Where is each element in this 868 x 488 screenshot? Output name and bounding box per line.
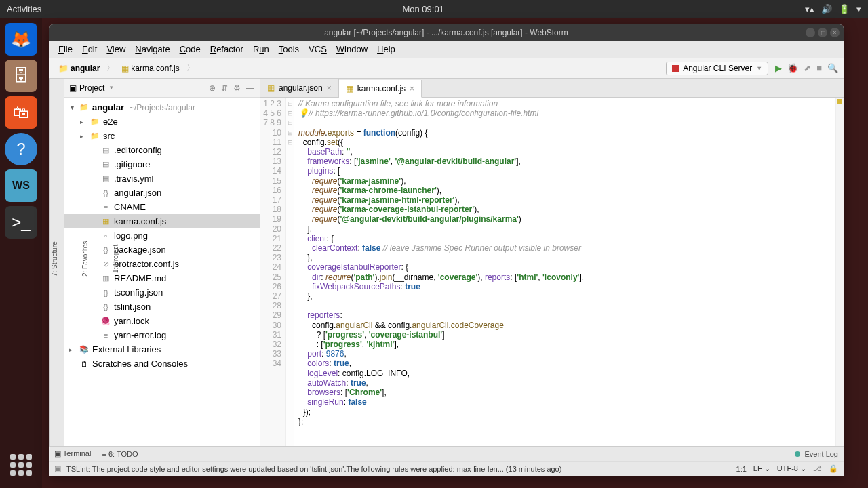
tree-item-.travis.yml[interactable]: ▤.travis.yml (64, 171, 260, 186)
terminal-tab[interactable]: ▣ Terminal (54, 449, 91, 458)
toolwindows-toggle-icon[interactable]: ▣ (54, 464, 61, 473)
js-file-icon: ▦ (346, 84, 353, 94)
line-numbers: 1 2 3 4 5 6 7 8 9 10 11 12 13 14 15 16 1… (260, 98, 286, 446)
menu-navigate[interactable]: Navigate (131, 42, 174, 56)
tree-item-CNAME[interactable]: ≡CNAME (64, 200, 260, 214)
event-log-indicator (795, 451, 800, 457)
volume-icon[interactable]: 🔊 (821, 4, 832, 14)
tree-item-.editorconfig[interactable]: ▤.editorconfig (64, 143, 260, 157)
js-file-icon: ▦ (121, 64, 129, 73)
dock-apps-grid[interactable] (5, 449, 37, 481)
tree-item-tsconfig.json[interactable]: {}tsconfig.json (64, 285, 260, 300)
run-config-selector[interactable]: Angular CLI Server ▼ (666, 62, 768, 75)
menu-window[interactable]: Window (332, 42, 372, 56)
ubuntu-dock: 🦊 🗄 🛍 ? WS >_ (0, 18, 42, 488)
tree-item-yarn-error.log[interactable]: ≡yarn-error.log (64, 328, 260, 342)
debug-button[interactable]: 🐞 (787, 63, 798, 73)
angular-icon (672, 65, 679, 72)
stop-button[interactable]: ■ (816, 63, 822, 73)
lock-icon[interactable]: 🔒 (829, 464, 838, 473)
tree-item-tslint.json[interactable]: {}tslint.json (64, 300, 260, 314)
dock-webstorm[interactable]: WS (5, 169, 37, 202)
js-file-icon: ▦ (267, 83, 275, 93)
window-titlebar: angular [~/Projects/angular] - .../karma… (49, 24, 844, 41)
hide-icon[interactable]: — (246, 83, 254, 93)
tree-item-yarn.lock[interactable]: 🧶yarn.lock (64, 314, 260, 328)
webstorm-window: angular [~/Projects/angular] - .../karma… (49, 24, 844, 476)
menu-code[interactable]: Code (176, 42, 205, 56)
tree-scratches[interactable]: 🗒Scratches and Consoles (64, 357, 260, 371)
tree-item-src[interactable]: ▸📁src (64, 129, 260, 143)
breadcrumb-file[interactable]: ▦ karma.conf.js (117, 62, 183, 75)
dock-software[interactable]: 🛍 (5, 96, 37, 129)
status-message: TSLint: The project code style and edito… (66, 465, 561, 473)
locate-icon[interactable]: ⊕ (209, 83, 216, 93)
menu-file[interactable]: File (54, 42, 77, 56)
fold-gutter[interactable]: ⊟ ⊟ ⊟ ⊟ ⊟ (286, 98, 294, 446)
menu-edit[interactable]: Edit (78, 42, 101, 56)
tree-item-angular.json[interactable]: {}angular.json (64, 186, 260, 200)
power-icon[interactable]: ▾ (856, 4, 861, 14)
tree-item-logo.png[interactable]: ▫logo.png (64, 228, 260, 243)
breadcrumb-root[interactable]: 📁 angular (54, 62, 104, 75)
breadcrumb-sep: 〉 (106, 62, 115, 74)
run-button[interactable]: ▶ (775, 63, 782, 73)
collapse-icon[interactable]: ⇵ (221, 83, 228, 93)
tab-structure[interactable]: 7: Structure (50, 239, 60, 279)
warning-marker[interactable] (837, 99, 842, 104)
project-tool-window: ▣ Project ▼ ⊕ ⇵ ⚙ — ▼📁angular~/Projects/… (64, 79, 260, 446)
dock-files[interactable]: 🗄 (5, 60, 37, 92)
dock-help[interactable]: ? (5, 133, 37, 165)
coverage-button[interactable]: ⬈ (804, 63, 811, 73)
error-stripe[interactable] (835, 98, 844, 446)
window-title: angular [~/Projects/angular] - .../karma… (324, 28, 568, 37)
battery-icon[interactable]: 🔋 (839, 4, 850, 14)
bottom-tool-strip: ▣ Terminal ≡ 6: TODO Event Log (49, 446, 844, 461)
maximize-button[interactable]: ◻ (818, 28, 827, 37)
file-encoding[interactable]: UTF-8 ⌄ (777, 464, 806, 473)
event-log-tab[interactable]: Event Log (804, 450, 838, 458)
tree-item-.gitignore[interactable]: ▤.gitignore (64, 157, 260, 171)
tab-favorites[interactable]: 2: Favorites (80, 239, 90, 279)
close-button[interactable]: × (830, 28, 840, 37)
project-icon: ▣ (69, 83, 77, 93)
navigation-bar: 📁 angular 〉 ▦ karma.conf.js 〉 Angular CL… (49, 58, 844, 79)
tree-root[interactable]: ▼📁angular~/Projects/angular (64, 100, 260, 115)
close-tab-icon[interactable]: × (410, 84, 414, 94)
tree-item-e2e[interactable]: ▸📁e2e (64, 115, 260, 129)
menu-help[interactable]: Help (373, 42, 399, 56)
breadcrumb-sep-end: 〉 (186, 62, 195, 74)
folder-icon: 📁 (58, 64, 68, 73)
menu-view[interactable]: View (102, 42, 130, 56)
git-branch-icon[interactable]: ⎇ (813, 464, 822, 473)
menu-run[interactable]: Run (249, 42, 273, 56)
dock-firefox[interactable]: 🦊 (5, 23, 37, 56)
menu-vcs[interactable]: VCS (304, 42, 331, 56)
settings-icon[interactable]: ⚙ (233, 83, 241, 93)
search-everywhere-icon[interactable]: 🔍 (827, 63, 838, 73)
todo-tab[interactable]: ≡ 6: TODO (102, 450, 138, 458)
editor-text[interactable]: // Karma configuration file, see link fo… (294, 98, 835, 446)
left-tool-strip: 7: Structure 2: Favorites 1: Project (49, 79, 64, 446)
clock: Mon 09:01 (41, 4, 805, 14)
network-icon[interactable]: ▾▴ (805, 4, 814, 14)
tree-external-libs[interactable]: ▸📚External Libraries (64, 342, 260, 357)
editor-tab-angular.json[interactable]: ▦angular.json× (260, 79, 339, 97)
tab-project[interactable]: 1: Project (111, 242, 121, 276)
line-separator[interactable]: LF ⌄ (753, 464, 770, 473)
code-editor[interactable]: 1 2 3 4 5 6 7 8 9 10 11 12 13 14 15 16 1… (260, 98, 844, 446)
tree-item-README.md[interactable]: ▥README.md (64, 271, 260, 285)
activities-button[interactable]: Activities (7, 4, 41, 14)
close-tab-icon[interactable]: × (327, 83, 332, 93)
dock-terminal[interactable]: >_ (5, 206, 37, 239)
minimize-button[interactable]: – (806, 28, 815, 37)
caret-position[interactable]: 1:1 (736, 465, 747, 473)
menu-tools[interactable]: Tools (275, 42, 303, 56)
project-view-selector[interactable]: ▣ Project ▼ (69, 83, 209, 93)
tree-item-package.json[interactable]: {}package.json (64, 243, 260, 257)
editor-tab-karma.conf.js[interactable]: ▦karma.conf.js× (339, 80, 422, 98)
menu-refactor[interactable]: Refactor (206, 42, 248, 56)
tree-item-karma.conf.js[interactable]: ▦karma.conf.js (64, 214, 260, 228)
tree-item-protractor.conf.js[interactable]: ⊘protractor.conf.js (64, 257, 260, 271)
editor-area: ▦angular.json×▦karma.conf.js× 1 2 3 4 5 … (260, 79, 844, 446)
